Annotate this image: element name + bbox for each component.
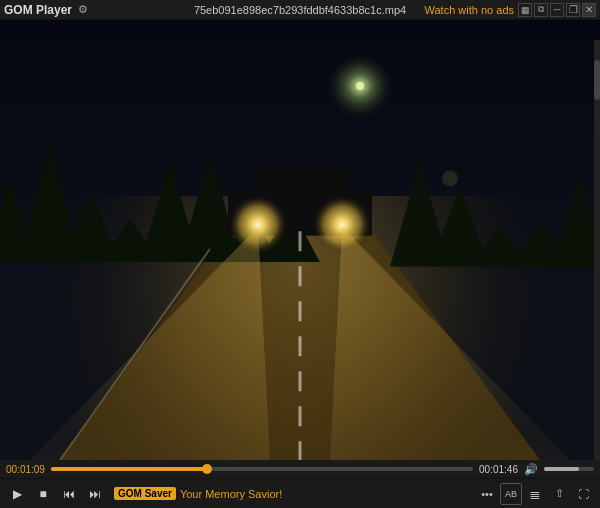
gom-saver-slogan: Your Memory Savior!	[180, 488, 282, 500]
video-player[interactable]	[0, 20, 600, 460]
gom-saver-area: GOM Saver Your Memory Savior!	[114, 487, 472, 500]
window-controls-box: ▦ ⧉ ─ ❐ ✕	[518, 3, 596, 17]
prev-button[interactable]: ⏮	[58, 483, 80, 505]
video-frame	[0, 20, 600, 460]
fullscreen-button[interactable]: ⛶	[572, 483, 594, 505]
app-title: GOM Player	[4, 3, 72, 17]
playlist-btn[interactable]: ▦	[518, 3, 532, 17]
gear-icon[interactable]: ⚙	[78, 3, 88, 16]
pip-btn[interactable]: ⧉	[534, 3, 548, 17]
play-button[interactable]: ▶	[6, 483, 28, 505]
titlebar-left: GOM Player ⚙	[4, 3, 88, 17]
time-total: 00:01:46	[479, 464, 518, 475]
time-current: 00:01:09	[6, 464, 45, 475]
volume-fill	[544, 467, 579, 471]
controls-bar: ▶ ■ ⏮ ⏭ GOM Saver Your Memory Savior! ••…	[0, 478, 600, 508]
progress-area: 00:01:09 00:01:46 🔊	[0, 460, 600, 478]
close-btn[interactable]: ✕	[582, 3, 596, 17]
volume-icon[interactable]: 🔊	[524, 463, 538, 476]
volume-bar[interactable]	[544, 467, 594, 471]
stop-button[interactable]: ■	[32, 483, 54, 505]
video-scrollbar[interactable]	[594, 40, 600, 460]
scrollbar-thumb[interactable]	[594, 60, 600, 100]
progress-bar[interactable]	[51, 467, 473, 471]
gom-saver-badge: GOM Saver	[114, 487, 176, 500]
restore-btn[interactable]: ❐	[566, 3, 580, 17]
more-options-button[interactable]: •••	[476, 483, 498, 505]
next-button[interactable]: ⏭	[84, 483, 106, 505]
progress-fill	[51, 467, 207, 471]
filename: 75eb091e898ec7b293fddbf4633b8c1c.mp4	[194, 4, 406, 16]
titlebar: GOM Player ⚙ 75eb091e898ec7b293fddbf4633…	[0, 0, 600, 20]
equalizer-button[interactable]: ≣	[524, 483, 546, 505]
watch-no-ads-link[interactable]: Watch with no ads	[425, 4, 514, 16]
expand-button[interactable]: ⇧	[548, 483, 570, 505]
ab-repeat-button[interactable]: AB	[500, 483, 522, 505]
minimize-btn[interactable]: ─	[550, 3, 564, 17]
progress-knob[interactable]	[202, 464, 212, 474]
right-controls: ••• AB ≣ ⇧ ⛶	[476, 483, 594, 505]
titlebar-right: Watch with no ads ▦ ⧉ ─ ❐ ✕	[425, 3, 596, 17]
